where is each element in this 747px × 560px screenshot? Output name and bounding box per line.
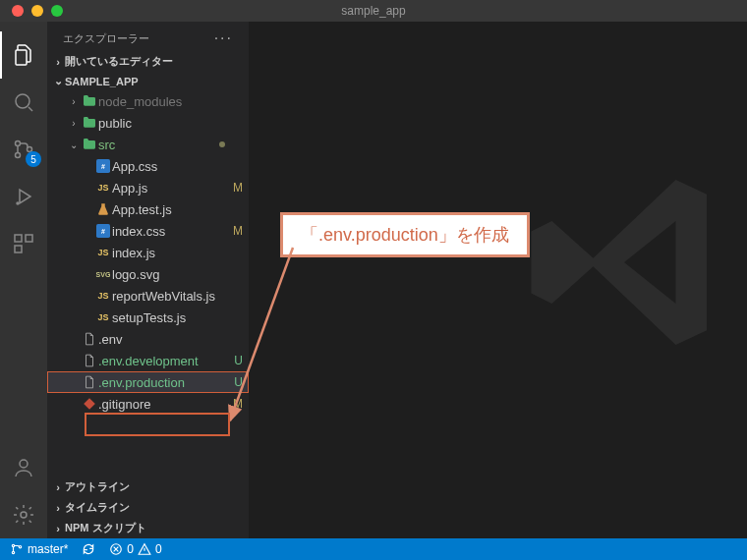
file-icon — [81, 93, 98, 109]
status-branch[interactable]: master* — [10, 542, 68, 556]
activity-bar: 5 — [0, 22, 47, 538]
file-name: public — [98, 116, 229, 131]
tree-item[interactable]: JSsetupTests.js — [47, 307, 249, 328]
file-icon — [81, 332, 98, 346]
chevron-right-icon: › — [51, 56, 65, 68]
warning-icon — [138, 542, 151, 556]
file-name: logo.svg — [112, 267, 229, 282]
file-name: src — [98, 138, 219, 152]
file-icon: JS — [94, 291, 112, 301]
tree-item[interactable]: .env — [47, 328, 249, 350]
file-icon: JS — [94, 248, 112, 257]
svg-point-8 — [20, 460, 28, 468]
tree-item[interactable]: ›public — [47, 112, 249, 134]
chevron-right-icon: › — [51, 523, 65, 534]
svg-point-16 — [12, 551, 14, 553]
status-problems[interactable]: 0 0 — [109, 542, 161, 556]
status-bar: master* 0 0 — [0, 538, 747, 560]
svg-point-4 — [17, 202, 19, 204]
titlebar: sample_app — [0, 0, 747, 22]
timeline-section[interactable]: › タイムライン — [47, 497, 249, 518]
tree-item[interactable]: #index.cssM — [47, 220, 249, 242]
tree-item[interactable]: SVGlogo.svg — [47, 263, 249, 285]
chevron-icon: ⌄ — [67, 140, 81, 150]
close-window-icon[interactable] — [12, 5, 24, 17]
file-name: .env.production — [98, 375, 229, 390]
debug-tab[interactable] — [0, 173, 47, 220]
file-name: .env.development — [98, 354, 229, 368]
tree-item[interactable]: JSreportWebVitals.js — [47, 285, 249, 307]
project-section[interactable]: ⌄ SAMPLE_APP — [47, 72, 249, 90]
file-icon: # — [94, 224, 112, 238]
dirty-dot-icon — [219, 141, 225, 147]
explorer-more-icon[interactable]: ··· — [214, 29, 233, 47]
file-icon: JS — [94, 312, 112, 322]
chevron-icon: › — [67, 96, 81, 107]
vscode-watermark-icon — [521, 159, 727, 365]
file-tree: ›node_modules›public⌄src#App.cssJSApp.js… — [47, 90, 249, 476]
window-title: sample_app — [341, 4, 405, 18]
tree-item[interactable]: ⌄src — [47, 134, 249, 155]
file-icon — [81, 397, 98, 411]
chevron-down-icon: ⌄ — [51, 75, 65, 87]
file-name: reportWebVitals.js — [112, 289, 229, 304]
editor-area — [249, 22, 747, 538]
search-tab[interactable] — [0, 79, 47, 126]
svg-point-9 — [21, 512, 27, 518]
file-icon — [94, 202, 112, 216]
error-icon — [109, 542, 123, 556]
file-name: node_modules — [98, 94, 229, 109]
account-icon[interactable] — [0, 444, 47, 491]
annotation-callout: 「.env.production」を作成 — [280, 212, 530, 257]
tree-item[interactable]: #App.css — [47, 155, 249, 177]
svg-point-0 — [16, 94, 29, 108]
scm-tab[interactable]: 5 — [0, 126, 47, 173]
sync-icon — [82, 542, 95, 556]
tree-item[interactable]: .env.developmentU — [47, 350, 249, 371]
file-name: App.test.js — [112, 202, 229, 217]
explorer-tab[interactable] — [0, 31, 47, 79]
svg-rect-6 — [26, 235, 32, 242]
tree-item[interactable]: JSApp.jsM — [47, 177, 249, 198]
sidebar: エクスプローラー ··· › 開いているエディター ⌄ SAMPLE_APP ›… — [47, 22, 249, 538]
minimize-window-icon[interactable] — [31, 5, 43, 17]
git-status: M — [229, 181, 243, 195]
scm-badge: 5 — [26, 151, 41, 167]
file-icon — [81, 354, 98, 367]
tree-item[interactable]: .env.productionU — [47, 371, 249, 393]
maximize-window-icon[interactable] — [51, 5, 63, 17]
chevron-right-icon: › — [51, 481, 65, 493]
chevron-icon: › — [67, 118, 81, 129]
tree-item[interactable]: JSindex.js — [47, 242, 249, 263]
explorer-title: エクスプローラー — [63, 31, 149, 46]
file-name: index.js — [112, 246, 229, 260]
extensions-tab[interactable] — [0, 220, 47, 267]
chevron-right-icon: › — [51, 502, 65, 514]
npm-section[interactable]: › NPM スクリプト — [47, 518, 249, 538]
status-sync[interactable] — [82, 542, 95, 556]
svg-point-2 — [16, 153, 21, 158]
git-status: M — [229, 397, 243, 411]
tree-item[interactable]: App.test.js — [47, 198, 249, 220]
open-editors-section[interactable]: › 開いているエディター — [47, 51, 249, 72]
file-name: App.css — [112, 159, 229, 174]
window-controls[interactable] — [12, 5, 63, 17]
svg-text:#: # — [101, 228, 105, 235]
settings-icon[interactable] — [0, 491, 47, 538]
git-status: U — [229, 354, 243, 367]
file-name: index.css — [112, 224, 229, 239]
svg-point-1 — [16, 141, 21, 146]
file-name: .env — [98, 332, 229, 347]
svg-text:#: # — [101, 163, 105, 170]
file-icon — [81, 115, 98, 131]
file-icon — [81, 137, 98, 152]
file-name: setupTests.js — [112, 310, 229, 325]
tree-item[interactable]: .gitignoreM — [47, 393, 249, 415]
file-icon: # — [94, 159, 112, 173]
file-name: .gitignore — [98, 397, 229, 412]
tree-item[interactable]: ›node_modules — [47, 90, 249, 112]
branch-icon — [10, 542, 24, 556]
svg-rect-5 — [15, 235, 22, 242]
svg-rect-7 — [15, 246, 22, 252]
outline-section[interactable]: › アウトライン — [47, 476, 249, 497]
